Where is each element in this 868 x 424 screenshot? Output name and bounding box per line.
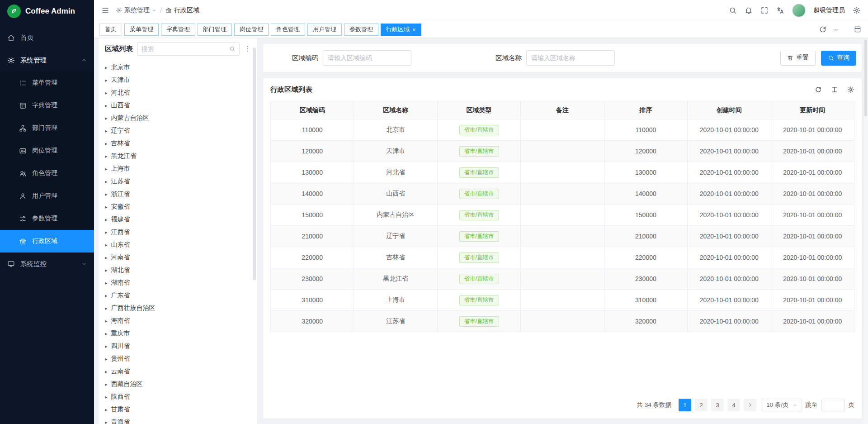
tree-item[interactable]: ▸江苏省	[99, 175, 257, 188]
tree-item[interactable]: ▸广东省	[99, 289, 257, 302]
sidebar-item-menu-mgmt[interactable]: 菜单管理	[0, 71, 94, 94]
caret-right-icon[interactable]: ▸	[105, 344, 108, 349]
caret-right-icon[interactable]: ▸	[105, 205, 108, 210]
tab-user[interactable]: 用户管理	[307, 24, 342, 36]
tab-menu[interactable]: 菜单管理	[124, 24, 159, 36]
page-button-3[interactable]: 3	[711, 399, 724, 411]
caret-right-icon[interactable]: ▸	[105, 331, 108, 336]
page-scrollbar[interactable]	[864, 38, 868, 424]
search-button[interactable]: 查询	[821, 51, 856, 66]
sidebar-item-region[interactable]: 行政区域	[0, 230, 94, 252]
caret-right-icon[interactable]: ▸	[105, 230, 108, 235]
tree-item[interactable]: ▸湖南省	[99, 276, 257, 289]
page-size-select[interactable]: 10 条/页	[762, 399, 802, 411]
caret-right-icon[interactable]: ▸	[105, 407, 108, 412]
caret-right-icon[interactable]: ▸	[105, 103, 108, 108]
column-settings-gear-icon[interactable]	[847, 86, 854, 93]
caret-right-icon[interactable]: ▸	[105, 179, 108, 184]
tab-post[interactable]: 岗位管理	[234, 24, 269, 36]
tree-item[interactable]: ▸山西省	[99, 99, 257, 112]
region-code-input[interactable]	[323, 50, 411, 66]
tree-item[interactable]: ▸内蒙古自治区	[99, 112, 257, 124]
sidebar-item-dict-mgmt[interactable]: 字典管理	[0, 94, 94, 117]
more-dots-icon[interactable]	[244, 45, 251, 52]
sidebar-item-post-mgmt[interactable]: 岗位管理	[0, 139, 94, 162]
caret-right-icon[interactable]: ▸	[105, 78, 108, 83]
caret-right-icon[interactable]: ▸	[105, 91, 108, 95]
caret-right-icon[interactable]: ▸	[105, 141, 108, 146]
tree-item[interactable]: ▸河南省	[99, 251, 257, 264]
caret-right-icon[interactable]: ▸	[105, 395, 108, 400]
caret-right-icon[interactable]: ▸	[105, 357, 108, 362]
caret-right-icon[interactable]: ▸	[105, 192, 108, 197]
tree-item[interactable]: ▸重庆市	[99, 327, 257, 340]
sidebar-item-param-mgmt[interactable]: 参数管理	[0, 207, 94, 230]
caret-right-icon[interactable]: ▸	[105, 167, 108, 172]
caret-right-icon[interactable]: ▸	[105, 382, 108, 387]
avatar[interactable]	[792, 4, 806, 17]
tree-item[interactable]: ▸陕西省	[99, 391, 257, 403]
layout-window-icon[interactable]	[854, 25, 862, 33]
settings-gear-icon[interactable]	[853, 6, 861, 14]
tree-item[interactable]: ▸吉林省	[99, 137, 257, 150]
tree-item[interactable]: ▸西藏自治区	[99, 378, 257, 391]
tree-scrollbar[interactable]	[253, 48, 256, 280]
tree-item[interactable]: ▸辽宁省	[99, 124, 257, 137]
caret-right-icon[interactable]: ▸	[105, 243, 108, 248]
caret-right-icon[interactable]: ▸	[105, 255, 108, 260]
caret-right-icon[interactable]: ▸	[105, 154, 108, 159]
search-icon[interactable]	[729, 6, 737, 14]
username[interactable]: 超级管理员	[813, 6, 845, 14]
caret-right-icon[interactable]: ▸	[105, 293, 108, 298]
fullscreen-icon[interactable]	[760, 6, 769, 14]
caret-right-icon[interactable]: ▸	[105, 129, 108, 133]
tree-item[interactable]: ▸山东省	[99, 238, 257, 251]
tree-search-input[interactable]	[142, 46, 226, 52]
tree-item[interactable]: ▸甘肃省	[99, 403, 257, 416]
tree-item[interactable]: ▸安徽省	[99, 200, 257, 213]
caret-right-icon[interactable]: ▸	[105, 369, 108, 374]
page-button-1[interactable]: 1	[679, 399, 691, 411]
tree-item[interactable]: ▸浙江省	[99, 188, 257, 200]
sidebar-item-role-mgmt[interactable]: 角色管理	[0, 162, 94, 185]
tree-item[interactable]: ▸青海省	[99, 416, 257, 424]
page-button-4[interactable]: 4	[727, 399, 740, 411]
sidebar-item-dept-mgmt[interactable]: 部门管理	[0, 117, 94, 139]
chevron-down-icon[interactable]	[833, 27, 839, 33]
caret-right-icon[interactable]: ▸	[105, 65, 108, 70]
tree-item[interactable]: ▸天津市	[99, 74, 257, 86]
sidebar-item-home[interactable]: 首页	[0, 26, 94, 49]
tree-item[interactable]: ▸江西省	[99, 226, 257, 238]
tab-dict[interactable]: 字典管理	[161, 24, 195, 36]
tree-item[interactable]: ▸黑龙江省	[99, 150, 257, 162]
tab-param[interactable]: 参数管理	[344, 24, 378, 36]
caret-right-icon[interactable]: ▸	[105, 319, 108, 324]
tree-item[interactable]: ▸上海市	[99, 162, 257, 175]
caret-right-icon[interactable]: ▸	[105, 116, 108, 121]
tree-item[interactable]: ▸海南省	[99, 314, 257, 327]
tab-region[interactable]: 行政区域×	[381, 24, 421, 36]
tree-item[interactable]: ▸北京市	[99, 61, 257, 74]
page-scrollbar-thumb[interactable]	[864, 39, 867, 116]
caret-right-icon[interactable]: ▸	[105, 420, 108, 424]
next-page-button[interactable]	[744, 399, 756, 411]
tree-item[interactable]: ▸湖北省	[99, 264, 257, 276]
caret-right-icon[interactable]: ▸	[105, 281, 108, 286]
reset-button[interactable]: 重置	[780, 51, 816, 66]
tab-dept[interactable]: 部门管理	[198, 24, 232, 36]
tree-item[interactable]: ▸福建省	[99, 213, 257, 226]
density-icon[interactable]	[831, 86, 838, 93]
jump-page-input[interactable]	[821, 399, 845, 411]
tree-item[interactable]: ▸云南省	[99, 365, 257, 378]
sidebar-item-user-mgmt[interactable]: 用户管理	[0, 185, 94, 207]
tree-item[interactable]: ▸河北省	[99, 86, 257, 99]
search-icon[interactable]	[229, 46, 236, 52]
breadcrumb-system[interactable]: 系统管理	[116, 6, 156, 14]
tree-item[interactable]: ▸广西壮族自治区	[99, 302, 257, 314]
tree-item[interactable]: ▸贵州省	[99, 353, 257, 365]
tab-role[interactable]: 角色管理	[271, 24, 305, 36]
translate-icon[interactable]	[776, 6, 784, 14]
bell-icon[interactable]	[745, 6, 753, 14]
tab-close-icon[interactable]: ×	[412, 27, 416, 33]
caret-right-icon[interactable]: ▸	[105, 306, 108, 311]
